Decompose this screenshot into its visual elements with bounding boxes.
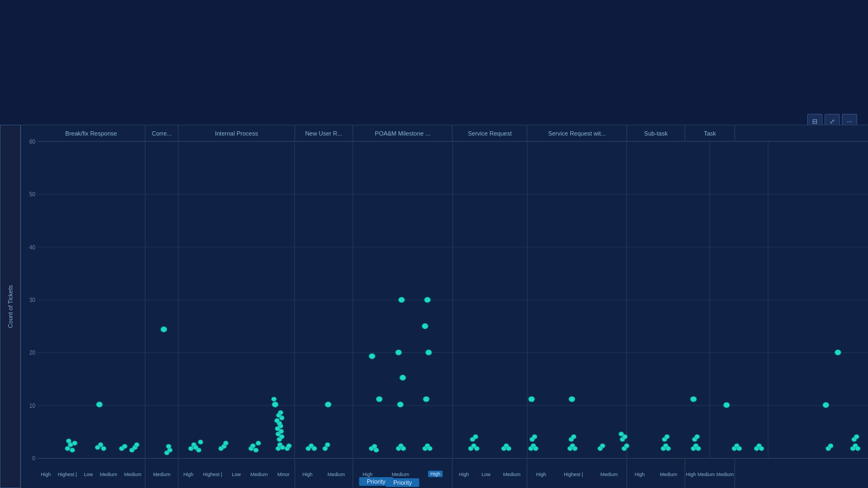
y-axis-ticks: 60 50 40 30 20 10 0 — [21, 142, 37, 458]
xtick-st-medium: Medium — [660, 472, 677, 477]
svg-point-37 — [196, 448, 201, 452]
svg-point-123 — [696, 446, 701, 451]
svg-point-120 — [665, 434, 669, 439]
svg-point-72 — [374, 448, 379, 452]
svg-point-84 — [427, 446, 432, 451]
priority-label-bottom: Priority — [359, 476, 393, 486]
svg-point-81 — [395, 350, 401, 355]
svg-point-48 — [280, 445, 285, 450]
svg-point-125 — [694, 434, 699, 439]
svg-point-112 — [624, 444, 629, 448]
svg-point-142 — [854, 434, 859, 439]
svg-point-96 — [506, 446, 511, 451]
svg-point-87 — [422, 324, 428, 329]
svg-point-38 — [198, 440, 203, 444]
svg-point-73 — [376, 396, 382, 402]
svg-point-44 — [253, 448, 258, 452]
svg-point-69 — [325, 402, 331, 407]
xtick-poam-medium: Medium — [392, 472, 409, 477]
x-axis-labels: High Highest | Low Medium Medium Medium … — [37, 458, 868, 488]
svg-point-63 — [278, 410, 283, 415]
svg-point-135 — [823, 402, 829, 408]
xtick-sr-high: High — [459, 472, 469, 477]
y-tick-0: 0 — [32, 455, 35, 461]
xtick-task-medium2: Medium — [717, 472, 734, 477]
svg-point-134 — [835, 350, 841, 355]
xtick-newuser-medium: Medium — [328, 472, 345, 477]
svg-point-51 — [286, 444, 291, 448]
xtick-internal-low: Low — [232, 472, 241, 477]
xtick-srw-highest: Highest | — [564, 472, 583, 477]
svg-point-26 — [122, 444, 127, 448]
cat-service-req-wit: Service Request wit... — [527, 125, 627, 141]
xtick-task-medium: Medium — [698, 472, 715, 477]
cat-corre: Corre... — [145, 125, 178, 141]
y-tick-20: 20 — [29, 350, 35, 356]
scatter-plot-svg — [37, 142, 868, 458]
cat-poam: POA&M Milestone ... — [353, 125, 453, 141]
svg-point-127 — [724, 402, 730, 408]
chart-inner: Break/fix Response Corre... Internal Pro… — [21, 125, 868, 488]
svg-point-16 — [65, 446, 70, 451]
svg-point-23 — [101, 446, 106, 451]
cat-subtask: Sub-task — [627, 125, 685, 141]
svg-point-137 — [828, 444, 833, 448]
svg-point-41 — [224, 441, 228, 445]
svg-point-91 — [474, 446, 479, 451]
svg-point-85 — [423, 396, 429, 402]
xtick-st-high: High — [635, 472, 645, 477]
svg-point-78 — [397, 402, 403, 407]
y-tick-30: 30 — [29, 297, 35, 303]
svg-point-77 — [401, 446, 406, 451]
svg-point-34 — [188, 446, 193, 451]
priority-label-text: Priority — [359, 477, 393, 486]
xtick-sr-medium: Medium — [503, 472, 521, 477]
y-tick-10: 10 — [29, 402, 35, 408]
svg-point-66 — [312, 446, 317, 451]
svg-point-110 — [600, 444, 605, 448]
chart-container: Count of Tickets Break/fix Response Corr… — [0, 125, 868, 488]
xtick-corre-medium: Medium — [153, 472, 170, 477]
xtick-task-high: High — [686, 472, 696, 477]
svg-point-45 — [256, 441, 261, 445]
y-tick-40: 40 — [29, 244, 35, 250]
svg-point-86 — [426, 350, 432, 355]
cat-service-req: Service Request — [452, 125, 527, 141]
svg-point-19 — [66, 439, 71, 443]
cat-task: Task — [685, 125, 735, 141]
top-area — [0, 0, 868, 125]
svg-point-133 — [759, 446, 764, 451]
svg-point-105 — [572, 446, 577, 451]
y-tick-50: 50 — [29, 191, 35, 197]
xtick-srw-high: High — [536, 472, 546, 477]
svg-point-107 — [571, 434, 576, 439]
svg-point-60 — [275, 419, 279, 423]
xtick-breakfix-medium: Medium — [100, 472, 117, 477]
xtick-internal-medium: Medium — [250, 472, 267, 477]
svg-point-49 — [272, 402, 278, 407]
svg-point-22 — [98, 442, 103, 447]
svg-point-52 — [272, 397, 277, 401]
svg-point-130 — [737, 446, 742, 451]
svg-point-101 — [532, 434, 537, 439]
cat-internal: Internal Process — [178, 125, 295, 141]
svg-point-93 — [473, 434, 478, 439]
svg-point-74 — [369, 354, 375, 359]
xtick-newuser-high: High — [302, 472, 312, 477]
svg-point-68 — [325, 442, 330, 447]
xtick-srw-medium: Medium — [601, 472, 618, 477]
svg-point-20 — [72, 441, 77, 445]
cat-break-fix: Break/fix Response — [37, 125, 145, 141]
xtick-poam-high2: High — [428, 471, 443, 477]
svg-point-118 — [666, 446, 671, 451]
xtick-internal-highest: Highest | — [203, 472, 222, 477]
xtick-breakfix-medium2: Medium — [124, 472, 142, 477]
cat-new-user: New User R... — [295, 125, 353, 141]
xtick-internal-high: High — [183, 472, 194, 477]
xtick-breakfix-highest: Highest | — [58, 472, 77, 477]
xtick-breakfix-low: Low — [84, 472, 93, 477]
svg-point-29 — [135, 442, 139, 447]
xtick-internal-minor: Minor — [277, 472, 290, 477]
svg-point-108 — [569, 396, 575, 402]
xtick-sr-low: Low — [482, 472, 491, 477]
